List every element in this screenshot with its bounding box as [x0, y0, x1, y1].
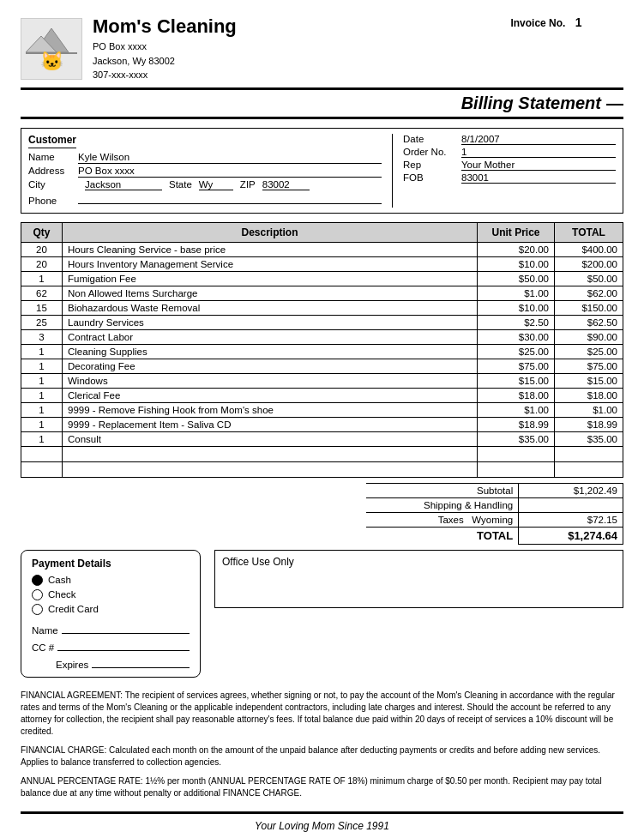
customer-zip-value: 83002 [262, 179, 310, 190]
row-desc: Hours Inventory Management Service [63, 256, 478, 271]
items-table: Qty Description Unit Price TOTAL 20 Hour… [21, 222, 623, 478]
row-unit-price: $25.00 [478, 344, 555, 359]
row-unit-price: $75.00 [478, 359, 555, 373]
row-qty: 1 [21, 344, 63, 359]
payment-cc-label: Credit Card [48, 604, 99, 614]
zip-label: ZIP [240, 179, 256, 190]
shipping-row: Shipping & Handling [366, 497, 623, 512]
row-unit-price: $18.00 [478, 388, 555, 402]
rep-label: Rep [403, 160, 461, 170]
table-row: 1 Clerical Fee $18.00 $18.00 [21, 388, 623, 402]
row-desc: Windows [63, 373, 478, 388]
legal-para3: ANNUAL PERCENTAGE RATE: 1½% per month (A… [21, 775, 623, 799]
order-no-row: Order No. 1 [403, 147, 616, 158]
office-use-box: Office Use Only [214, 550, 623, 608]
payment-option-cc: Credit Card [32, 604, 190, 615]
table-row: 20 Hours Cleaning Service - base price $… [21, 242, 623, 256]
right-summary: Office Use Only [214, 550, 623, 678]
row-total: $400.00 [555, 242, 623, 256]
row-qty: 1 [21, 402, 63, 417]
state-label: State [169, 179, 192, 190]
row-desc: Clerical Fee [63, 388, 478, 402]
row-unit-price: $20.00 [478, 242, 555, 256]
legal-section: FINANCIAL AGREEMENT: The recipient of se… [21, 690, 623, 799]
fob-label: FOB [403, 172, 461, 183]
row-qty: 1 [21, 271, 63, 286]
payment-name-label: Name [32, 625, 58, 636]
table-row: 25 Laundry Services $2.50 $62.50 [21, 315, 623, 329]
row-desc: Non Allowed Items Surcharge [63, 286, 478, 300]
mountain-icon [26, 24, 77, 54]
row-total: $18.99 [555, 417, 623, 431]
payment-cc-field [57, 639, 190, 651]
row-qty: 1 [21, 359, 63, 373]
row-qty: 62 [21, 286, 63, 300]
radio-cc-icon [32, 604, 43, 615]
subtotal-label: Subtotal [366, 483, 519, 497]
row-total: $62.50 [555, 315, 623, 329]
col-header-unit-price: Unit Price [478, 222, 555, 242]
customer-city-row: City Jackson State Wy ZIP 83002 [28, 179, 382, 190]
taxes-label: Taxes Wyoming [366, 512, 519, 527]
row-desc: Laundry Services [63, 315, 478, 329]
row-desc: Fumigation Fee [63, 271, 478, 286]
name-label: Name [28, 152, 78, 162]
legal-para2: FINANCIAL CHARGE: Calculated each month … [21, 745, 623, 769]
customer-section-title: Customer [28, 134, 76, 148]
date-row: Date 8/1/2007 [403, 134, 616, 145]
row-desc: Cleaning Supplies [63, 344, 478, 359]
office-use-label: Office Use Only [222, 556, 294, 568]
table-row: 20 Hours Inventory Management Service $1… [21, 256, 623, 271]
customer-phone-row: Phone [28, 192, 382, 206]
subtotals-area: Subtotal $1,202.49 Shipping & Handling T… [21, 483, 623, 545]
row-total: $25.00 [555, 344, 623, 359]
date-value: 8/1/2007 [461, 134, 616, 145]
company-info: Mom's Cleaning PO Box xxxx Jackson, Wy 8… [93, 15, 237, 82]
billing-statement-title: Billing Statement [461, 93, 601, 113]
radio-check-icon [32, 589, 43, 600]
order-no-label: Order No. [403, 147, 461, 157]
row-total: $90.00 [555, 329, 623, 344]
row-desc: 9999 - Remove Fishing Hook from Mom's sh… [63, 402, 478, 417]
header-left: 🐱 Mom's Cleaning PO Box xxxx Jackson, Wy… [21, 15, 237, 82]
row-qty: 1 [21, 417, 63, 431]
row-unit-price: $1.00 [478, 286, 555, 300]
company-logo: 🐱 [21, 18, 82, 80]
payment-name-field [62, 622, 190, 634]
row-qty: 25 [21, 315, 63, 329]
row-qty: 20 [21, 256, 63, 271]
payment-expires-row: Expires [32, 656, 190, 670]
table-row: 15 Biohazardous Waste Removal $10.00 $15… [21, 300, 623, 315]
row-total: $1.00 [555, 402, 623, 417]
table-row: 1 9999 - Replacement Item - Saliva CD $1… [21, 417, 623, 431]
table-row: 1 9999 - Remove Fishing Hook from Mom's … [21, 402, 623, 417]
row-unit-price: $50.00 [478, 271, 555, 286]
customer-name-value: Kyle Wilson [78, 152, 382, 164]
customer-address-row: Address PO Box xxxx [28, 166, 382, 178]
payment-option-cash: Cash [32, 575, 190, 586]
customer-address-value: PO Box xxxx [78, 166, 382, 178]
payment-title: Payment Details [32, 558, 190, 570]
taxes-row: Taxes Wyoming $72.15 [366, 512, 623, 527]
row-qty: 20 [21, 242, 63, 256]
customer-section: Customer Name Kyle Wilson Address PO Box… [21, 128, 623, 214]
row-unit-price: $1.00 [478, 402, 555, 417]
invoice-number: 1 [575, 15, 582, 29]
legal-para1: FINANCIAL AGREEMENT: The recipient of se… [21, 690, 623, 738]
fob-row: FOB 83001 [403, 172, 616, 184]
footer-line1: Your Loving Mom Since 1991 [21, 818, 623, 833]
row-total: $50.00 [555, 271, 623, 286]
invoice-area: Invoice No. 1 [469, 15, 623, 29]
table-row: 1 Windows $15.00 $15.00 [21, 373, 623, 388]
payment-option-check: Check [32, 589, 190, 600]
shipping-label: Shipping & Handling [366, 497, 519, 512]
company-phone: 307-xxx-xxxx [93, 68, 237, 82]
grand-total-label: TOTAL [366, 527, 519, 544]
row-total: $15.00 [555, 373, 623, 388]
row-qty: 1 [21, 431, 63, 446]
row-desc: Decorating Fee [63, 359, 478, 373]
customer-name-row: Name Kyle Wilson [28, 152, 382, 164]
payment-expires-field [92, 656, 190, 668]
payment-check-label: Check [48, 589, 76, 600]
grand-total-value: $1,274.64 [519, 527, 623, 544]
